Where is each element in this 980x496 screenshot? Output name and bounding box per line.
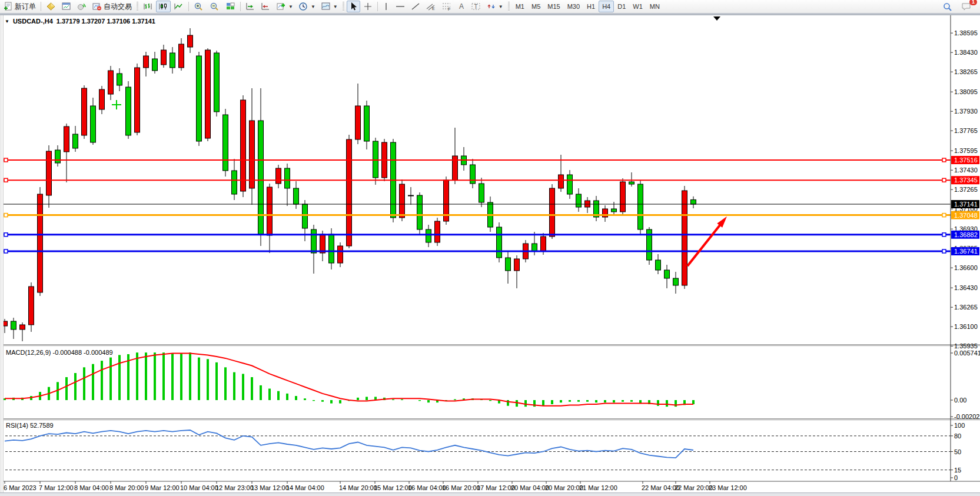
vertical-line-button[interactable] — [380, 1, 392, 12]
cross-marker[interactable] — [112, 100, 121, 109]
time-tick-label: 20 Mar 20:00 — [545, 484, 583, 491]
price-tick-label: 1.37930 — [954, 108, 978, 115]
chart-shift-marker[interactable] — [713, 16, 720, 21]
notifications-button[interactable]: 1 — [959, 1, 974, 12]
candle — [620, 182, 626, 212]
line-handle[interactable] — [942, 158, 946, 162]
window-bottom-edge — [0, 492, 980, 496]
chevron-down-icon: ▼ — [311, 4, 315, 9]
new-order-button[interactable]: 新订单 — [1, 1, 38, 12]
equidistant-channel-button[interactable]: E — [423, 1, 438, 12]
text-label-button[interactable]: T — [469, 1, 484, 12]
macd-tick-label: 0.00 — [954, 397, 966, 404]
indicators-button[interactable]: ▼ — [274, 1, 295, 12]
mt4-window: 新订单 自动交易 — [0, 0, 980, 496]
separator — [137, 2, 138, 11]
timeframe-M5[interactable]: M5 — [528, 1, 544, 12]
market-depth-button[interactable] — [44, 1, 58, 12]
line-handle[interactable] — [942, 233, 946, 237]
search-button[interactable] — [940, 1, 955, 12]
candle — [408, 195, 414, 196]
rsi-line — [5, 430, 693, 458]
candles-layer — [2, 28, 696, 341]
time-tick-label: 23 Mar 12:00 — [709, 484, 747, 491]
candle — [532, 244, 537, 251]
candle — [276, 168, 281, 184]
time-tick-label: 9 Mar 12:00 — [145, 484, 180, 491]
price-line-label: 1.37345 — [954, 177, 978, 184]
timeframe-M1[interactable]: M1 — [512, 1, 528, 12]
line-handle[interactable] — [4, 233, 8, 237]
candle — [665, 270, 670, 278]
zoom-out-button[interactable] — [207, 1, 222, 12]
price-axis[interactable]: 1.385951.384301.382651.380951.379301.377… — [951, 15, 980, 481]
cursor-arrow-icon — [349, 2, 358, 11]
arrows-button[interactable]: ▼ — [484, 1, 506, 12]
candle — [135, 68, 140, 132]
candle — [638, 184, 643, 229]
signals-button[interactable] — [74, 1, 89, 12]
crosshair-button[interactable] — [361, 1, 375, 12]
bar-chart-type-button[interactable] — [141, 1, 155, 12]
horizontal-line-icon — [395, 2, 406, 11]
line-handle[interactable] — [942, 249, 946, 253]
line-handle[interactable] — [942, 214, 946, 217]
timeframe-D1[interactable]: D1 — [614, 1, 629, 12]
quick-trade-collapse-icon[interactable]: ▼ — [5, 19, 9, 24]
timeframe-M15[interactable]: M15 — [544, 1, 563, 12]
arrow-objects-icon — [487, 2, 496, 11]
candle — [400, 184, 405, 218]
line-handle[interactable] — [942, 178, 946, 182]
candle — [347, 139, 352, 246]
line-handle[interactable] — [4, 214, 8, 217]
horizontal-line-button[interactable] — [393, 1, 408, 12]
separator — [188, 2, 189, 11]
crosshair-icon — [363, 2, 373, 11]
line-handle[interactable] — [4, 178, 8, 182]
templates-button[interactable]: ▼ — [318, 1, 340, 12]
timeframe-bar: M1M5M15M30H1H4D1W1MN — [512, 1, 663, 12]
price-tick-label: 1.35935 — [954, 342, 978, 349]
candle — [356, 106, 361, 139]
horizontal-lines-layer[interactable] — [1, 158, 951, 253]
svg-text:E: E — [432, 6, 435, 11]
zoom-in-button[interactable] — [191, 1, 207, 12]
separator — [508, 2, 510, 11]
rsi-tick-label: 100 — [954, 422, 965, 429]
fibonacci-button[interactable]: F — [439, 1, 454, 12]
timeframe-M30[interactable]: M30 — [564, 1, 583, 12]
trend-arrow-line[interactable] — [687, 220, 724, 266]
line-handle[interactable] — [4, 158, 8, 162]
timeframe-H4[interactable]: H4 — [599, 1, 614, 12]
trendline-button[interactable] — [408, 1, 423, 12]
line-handle[interactable] — [4, 249, 8, 253]
time-axis[interactable]: 6 Mar 20237 Mar 12:008 Mar 04:008 Mar 20… — [4, 481, 747, 491]
cursor-button[interactable] — [347, 1, 360, 12]
add-indicator-icon — [276, 2, 286, 11]
tile-windows-button[interactable] — [223, 1, 238, 12]
time-tick-label: 21 Mar 12:00 — [579, 484, 617, 491]
candle — [426, 229, 431, 242]
timeframe-MN[interactable]: MN — [646, 1, 663, 12]
timeframe-H1[interactable]: H1 — [583, 1, 599, 12]
chart-shift-button[interactable] — [258, 1, 273, 12]
line-chart-type-button[interactable] — [171, 1, 186, 12]
text-button[interactable]: A — [455, 1, 468, 12]
rsi-panel — [1, 430, 951, 470]
candle — [82, 88, 87, 135]
window-left-edge — [0, 15, 4, 493]
tester-window-button[interactable] — [59, 1, 74, 12]
time-tick-label: 16 Mar 20:00 — [442, 484, 480, 491]
chart-canvas[interactable]: 1.385951.384301.382651.380951.379301.377… — [0, 15, 980, 496]
candlestick-type-button[interactable] — [156, 1, 171, 12]
time-tick-label: 16 Mar 04:00 — [408, 484, 446, 491]
autotrading-button[interactable]: 自动交易 — [89, 1, 134, 12]
price-line-label: 1.37516 — [954, 157, 978, 164]
timeframe-W1[interactable]: W1 — [629, 1, 646, 12]
periods-button[interactable]: ▼ — [296, 1, 318, 12]
auto-scroll-button[interactable] — [243, 1, 258, 12]
time-tick-label: 13 Mar 12:00 — [251, 484, 289, 491]
candle — [214, 53, 220, 112]
candle — [73, 134, 78, 148]
candle — [303, 204, 308, 228]
